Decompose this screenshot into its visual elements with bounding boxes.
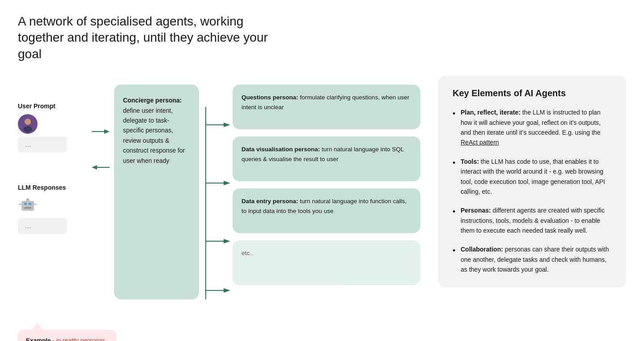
list-item: • Tools: the LLM has code to use, that e… — [453, 157, 612, 197]
panel-item-text-3: Personas: different agents are created w… — [461, 205, 612, 235]
svg-rect-10 — [34, 204, 37, 205]
arrow-right-1 — [92, 127, 110, 136]
key-elements-list: • Plan, reflect, iterate: the LLM is ins… — [453, 107, 612, 274]
bullet-icon: • — [453, 108, 456, 148]
panel-item-text-4: Collaboration: personas can share their … — [461, 244, 612, 274]
arrow-left-1 — [92, 163, 110, 172]
persona-box-3: Data entry persona: turn natural languag… — [233, 188, 420, 233]
example-text: Example - in reality personas can be wha… — [26, 336, 108, 341]
svg-marker-17 — [224, 123, 230, 127]
llm-responses-label: LLM Responses — [18, 184, 66, 191]
persona-4-title: etc.. — [242, 250, 253, 256]
svg-marker-14 — [92, 165, 97, 170]
concierge-body: define user intent, delegate to task-spe… — [123, 107, 185, 164]
svg-rect-8 — [27, 198, 29, 200]
svg-rect-5 — [29, 203, 31, 205]
branch-arrows — [201, 94, 233, 313]
example-box: Example - in reality personas can be wha… — [18, 330, 116, 341]
llm-response-box: ... — [18, 218, 67, 234]
svg-rect-6 — [24, 207, 31, 209]
robot-avatar — [18, 196, 38, 215]
svg-point-2 — [23, 126, 32, 132]
svg-rect-9 — [19, 204, 21, 205]
svg-marker-12 — [104, 129, 110, 134]
concierge-title: Concierge persona: — [123, 97, 182, 104]
svg-rect-4 — [24, 203, 27, 205]
svg-rect-3 — [21, 201, 34, 211]
list-item: • Collaboration: personas can share thei… — [453, 244, 612, 274]
persona-1-title: Questions persona: — [242, 94, 298, 101]
panel-title: Key Elements of AI Agents — [453, 88, 612, 98]
list-item: • Personas: different agents are created… — [453, 205, 612, 235]
persona-3-title: Data entry persona: — [242, 198, 298, 205]
persona-box-4: etc.. — [233, 240, 420, 285]
page-title: A network of specialised agents, working… — [18, 13, 286, 62]
panel-item-text-2: Tools: the LLM has code to use, that ena… — [461, 157, 612, 197]
react-link[interactable]: ReAct pattern — [461, 139, 499, 146]
key-elements-panel: Key Elements of AI Agents • Plan, reflec… — [438, 76, 626, 287]
panel-item-text: Plan, reflect, iterate: the LLM is instr… — [461, 107, 612, 148]
avatar — [18, 114, 38, 134]
list-item: • Plan, reflect, iterate: the LLM is ins… — [453, 107, 612, 148]
persona-box-1: Questions persona: formulate clarifying … — [233, 85, 420, 129]
user-prompt-label: User Prompt — [18, 102, 55, 110]
concierge-box: Concierge persona: define user intent, d… — [114, 85, 199, 299]
bullet-icon: • — [453, 206, 456, 235]
svg-marker-23 — [224, 288, 230, 293]
svg-marker-21 — [224, 239, 230, 243]
bullet-icon: • — [453, 158, 456, 197]
svg-marker-19 — [224, 181, 230, 185]
bullet-icon: • — [453, 245, 456, 274]
persona-2-title: Data visualisation persona: — [242, 146, 320, 153]
svg-point-1 — [25, 119, 31, 125]
user-prompt-box: ... — [18, 136, 67, 153]
persona-box-2: Data visualisation persona: turn natural… — [233, 136, 420, 181]
